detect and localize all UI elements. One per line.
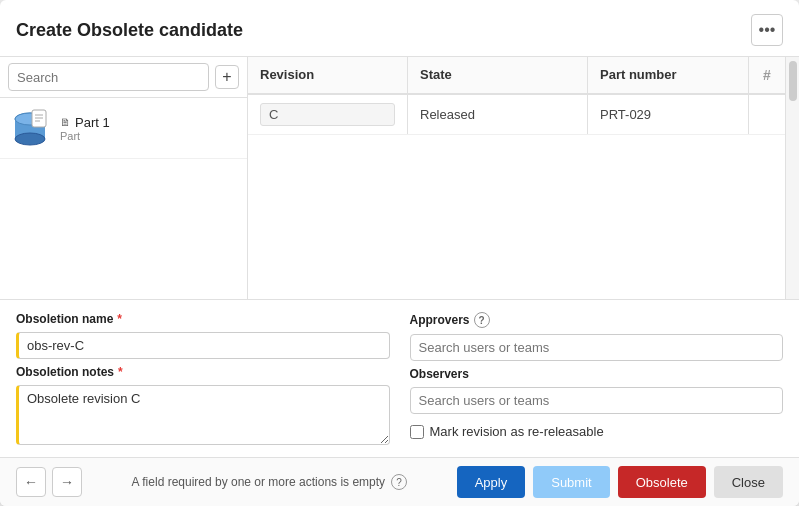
warning-text: A field required by one or more actions … [132, 475, 385, 489]
part-item: 🗎 Part 1 Part [0, 98, 247, 159]
approvers-label: Approvers ? [410, 312, 784, 328]
dialog-body: + [0, 57, 799, 299]
td-revision [248, 95, 408, 134]
required-star-name: * [117, 312, 122, 326]
obsolete-button[interactable]: Obsolete [618, 466, 706, 498]
form-right: Approvers ? Observers Mark revision as r… [410, 312, 784, 445]
dialog-footer: ← → A field required by one or more acti… [0, 457, 799, 506]
approvers-input[interactable] [410, 334, 784, 361]
forward-arrow-icon: → [60, 474, 74, 490]
part-icon-small: 🗎 [60, 116, 71, 128]
obsoletion-notes-label: Obsoletion notes * [16, 365, 390, 379]
table-row: Released PRT-029 [248, 95, 785, 135]
part-info: 🗎 Part 1 Part [60, 115, 110, 142]
obsoletion-notes-textarea[interactable]: Obsolete revision C [16, 385, 390, 445]
part-name: 🗎 Part 1 [60, 115, 110, 130]
search-bar: + [0, 57, 247, 98]
mark-releasable-checkbox[interactable] [410, 425, 424, 439]
right-panel: Revision State Part number # [248, 57, 785, 299]
back-button[interactable]: ← [16, 467, 46, 497]
footer-center: A field required by one or more actions … [132, 474, 407, 490]
bottom-form: Obsoletion name * Obsoletion notes * Obs… [0, 299, 799, 457]
th-partnum: Part number [588, 57, 749, 93]
th-revision: Revision [248, 57, 408, 93]
td-state: Released [408, 95, 588, 134]
more-options-button[interactable]: ••• [751, 14, 783, 46]
dialog-title: Create Obsolete candidate [16, 20, 243, 41]
observers-label: Observers [410, 367, 784, 381]
search-input[interactable] [8, 63, 209, 91]
footer-right: Apply Submit Obsolete Close [457, 466, 783, 498]
left-panel: + [0, 57, 248, 299]
footer-left: ← → [16, 467, 82, 497]
revision-input[interactable] [260, 103, 395, 126]
create-obsolete-dialog: Create Obsolete candidate ••• + [0, 0, 799, 506]
part-cylinder-icon [10, 108, 50, 148]
submit-button[interactable]: Submit [533, 466, 609, 498]
required-star-notes: * [118, 365, 123, 379]
th-state: State [408, 57, 588, 93]
svg-point-2 [15, 133, 45, 145]
obsoletion-name-label: Obsoletion name * [16, 312, 390, 326]
mark-releasable-label[interactable]: Mark revision as re-releasable [430, 424, 604, 439]
table-body: Released PRT-029 [248, 95, 785, 299]
warning-help-icon[interactable]: ? [391, 474, 407, 490]
state-value: Released [420, 107, 475, 122]
dialog-header: Create Obsolete candidate ••• [0, 0, 799, 57]
mark-releasable-row: Mark revision as re-releasable [410, 424, 784, 439]
add-button[interactable]: + [215, 65, 239, 89]
form-left: Obsoletion name * Obsoletion notes * Obs… [16, 312, 390, 445]
table-header: Revision State Part number # [248, 57, 785, 95]
obsoletion-name-input[interactable] [16, 332, 390, 359]
plus-icon: + [222, 68, 231, 86]
scrollbar-thumb [789, 61, 797, 101]
th-actions: # [749, 57, 785, 93]
forward-button[interactable]: → [52, 467, 82, 497]
scrollbar[interactable] [785, 57, 799, 299]
close-button[interactable]: Close [714, 466, 783, 498]
more-dots-icon: ••• [759, 21, 776, 39]
apply-button[interactable]: Apply [457, 466, 526, 498]
hash-icon: # [763, 67, 771, 83]
part-number-value: PRT-029 [600, 107, 651, 122]
td-actions [749, 95, 785, 134]
approvers-help-icon[interactable]: ? [474, 312, 490, 328]
part-name-text: Part 1 [75, 115, 110, 130]
part-type: Part [60, 130, 110, 142]
back-arrow-icon: ← [24, 474, 38, 490]
observers-input[interactable] [410, 387, 784, 414]
td-partnum: PRT-029 [588, 95, 749, 134]
